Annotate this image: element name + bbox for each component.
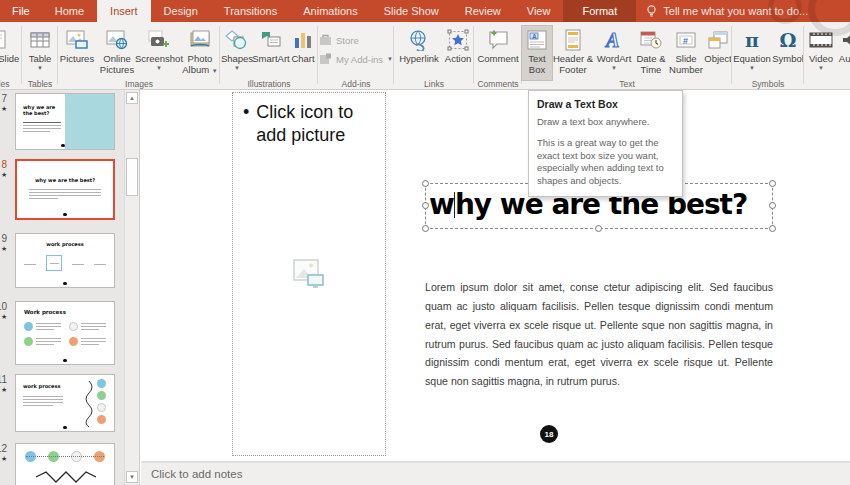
hyperlink-button[interactable]: Hyperlink — [395, 26, 443, 80]
text-box-label: Text Box — [522, 54, 552, 76]
resize-handle-sw[interactable] — [422, 225, 429, 232]
screenshot-label: Screenshot — [135, 54, 183, 65]
slide-thumbnail-11[interactable]: work process — [15, 374, 115, 432]
comment-icon — [486, 28, 510, 52]
slide-thumbnail-9[interactable]: work process — [15, 233, 115, 288]
online-pictures-button[interactable]: Online Pictures — [96, 26, 138, 80]
scroll-up-icon[interactable]: ▲ — [126, 92, 138, 104]
photo-album-button[interactable]: Photo Album ▼ — [180, 26, 220, 80]
picture-placeholder[interactable]: • Click icon to add picture — [232, 92, 386, 456]
group-label-comments: Comments — [474, 79, 522, 89]
pictures-icon — [65, 28, 89, 52]
dropdown-arrow-icon: ▼ — [749, 65, 755, 71]
screenshot-button[interactable]: Screenshot ▼ — [138, 26, 180, 80]
scroll-down-icon[interactable]: ▼ — [126, 471, 138, 483]
slide-thumbnail-10[interactable]: Work process — [15, 301, 115, 365]
resize-handle-se[interactable] — [769, 225, 776, 232]
table-button[interactable]: Table ▼ — [29, 26, 52, 80]
header-footer-button[interactable]: Header & Footer — [552, 26, 594, 80]
new-slide-icon — [0, 28, 9, 52]
tab-animations[interactable]: Animations — [290, 0, 370, 22]
group-label-illustrations: Illustrations — [220, 79, 318, 89]
slide-number-7: 7 — [0, 93, 7, 104]
slide-thumbnail-panel: 7 ★ why we are the best? 8 ★ why we are … — [0, 90, 140, 485]
tab-home[interactable]: Home — [42, 0, 97, 22]
smartart-button[interactable]: SmartArt — [254, 26, 288, 80]
animation-star-icon: ★ — [1, 386, 7, 394]
slide-number-10: 10 — [0, 301, 7, 312]
svg-text:A: A — [532, 33, 537, 40]
text-box-button[interactable]: A Text Box — [522, 26, 552, 80]
powerpoint-window: File Home Insert Design Transitions Anim… — [0, 0, 850, 485]
tab-format[interactable]: Format — [569, 5, 630, 17]
video-label: Video — [809, 54, 833, 65]
thumbnail-scrollbar[interactable]: ▲ ▼ — [124, 90, 139, 485]
animation-star-icon: ★ — [1, 313, 7, 321]
store-label: Store — [336, 35, 359, 46]
wordart-button[interactable]: A WordArt ▼ — [594, 26, 634, 80]
thumb-title: Work process — [16, 302, 114, 315]
page-number-text: 18 — [545, 430, 554, 439]
group-label-images: Images — [58, 79, 220, 89]
resize-handle-s[interactable] — [595, 225, 602, 232]
equation-button[interactable]: π Equation ▼ — [732, 26, 772, 80]
date-time-button[interactable]: Date & Time — [634, 26, 668, 80]
date-time-label: Date & Time — [634, 54, 668, 76]
picture-placeholder-icon[interactable] — [292, 259, 326, 289]
resize-handle-ne[interactable] — [769, 180, 776, 187]
action-button[interactable]: Action — [443, 26, 473, 80]
tab-view[interactable]: View — [514, 0, 564, 22]
ribbon: New Slide ▼ Slides Table ▼ Tables — [0, 22, 850, 90]
tab-review[interactable]: Review — [452, 0, 514, 22]
audio-label: Audio — [839, 54, 850, 65]
ribbon-tab-bar: File Home Insert Design Transitions Anim… — [0, 0, 850, 22]
object-label: Object — [704, 54, 731, 65]
slide-thumbnail-8[interactable]: why we are the best? — [15, 159, 115, 220]
tab-design[interactable]: Design — [151, 0, 211, 22]
symbol-label: Symbol — [772, 54, 804, 65]
tab-insert[interactable]: Insert — [97, 0, 151, 22]
text-box-icon: A — [526, 28, 548, 52]
store-icon — [319, 34, 332, 46]
dropdown-arrow-icon: ▼ — [234, 65, 240, 71]
store-button[interactable]: Store — [319, 34, 359, 46]
resize-handle-w[interactable] — [422, 202, 429, 209]
slide-body-text[interactable]: Lorem ipsum dolor sit amet, conse ctetur… — [425, 278, 773, 391]
scrollbar-thumb[interactable] — [126, 158, 138, 196]
new-slide-label: New Slide — [0, 54, 19, 65]
dropdown-arrow-icon: ▼ — [212, 68, 218, 74]
resize-handle-nw[interactable] — [422, 180, 429, 187]
tab-file[interactable]: File — [0, 0, 42, 22]
slide-number-label: Slide Number — [668, 54, 704, 76]
ribbon-group-addins: Store My Add-ins ▼ Add-ins — [318, 22, 394, 90]
slide-number-icon: # — [675, 28, 697, 52]
text-box-tooltip: Draw a Text Box Draw a text box anywhere… — [528, 90, 683, 197]
pictures-button[interactable]: Pictures — [58, 26, 96, 80]
slide-thumbnail-7[interactable]: why we are the best? — [15, 93, 115, 150]
slide-page-number-badge: 18 — [540, 425, 558, 443]
shapes-button[interactable]: Shapes ▼ — [220, 26, 254, 80]
comment-label: Comment — [477, 54, 518, 65]
wordart-label: WordArt — [597, 54, 632, 65]
wordart-icon: A — [602, 28, 626, 52]
notes-pane[interactable]: Click to add notes — [141, 461, 850, 485]
dropdown-arrow-icon: ▼ — [156, 65, 162, 71]
slide-number-button[interactable]: # Slide Number — [668, 26, 704, 80]
tab-transitions[interactable]: Transitions — [211, 0, 290, 22]
slide-number-8: 8 — [0, 159, 7, 170]
dropdown-arrow-icon: ▼ — [818, 65, 824, 71]
animation-star-icon: ★ — [1, 245, 7, 253]
symbol-button[interactable]: Ω Symbol — [772, 26, 804, 80]
thumb-teal-block — [65, 94, 114, 149]
new-slide-button[interactable]: New Slide ▼ — [0, 26, 19, 80]
photo-album-icon — [188, 28, 212, 52]
my-addins-button[interactable]: My Add-ins ▼ — [319, 53, 393, 65]
picture-placeholder-text: Click icon to add picture — [256, 101, 379, 148]
tab-slide-show[interactable]: Slide Show — [371, 0, 452, 22]
notes-placeholder-text: Click to add notes — [151, 468, 242, 480]
slide-thumbnail-12[interactable] — [15, 443, 115, 485]
equation-pi-icon: π — [745, 31, 759, 50]
chart-label: Chart — [291, 54, 314, 65]
comment-button[interactable]: Comment — [475, 26, 521, 80]
object-button[interactable]: Object — [704, 26, 732, 80]
